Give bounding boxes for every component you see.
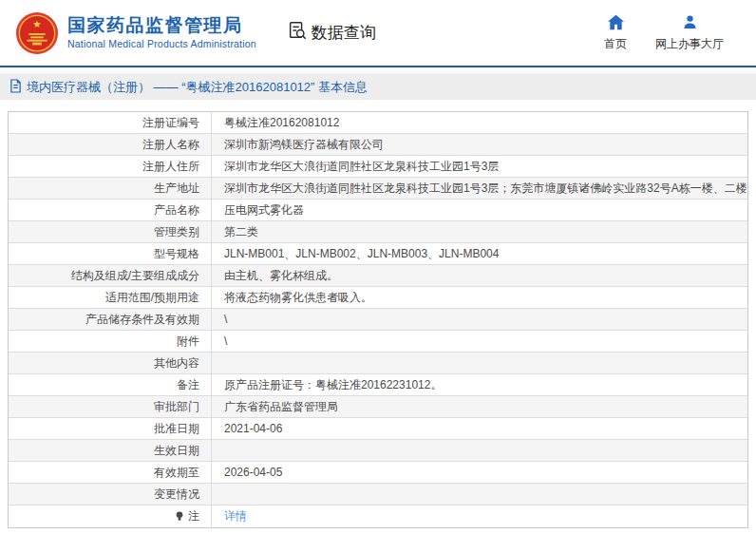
row-label-text: 管理类别	[154, 224, 199, 240]
row-label-text: 结构及组成/主要组成成分	[71, 268, 199, 284]
data-query-label: 数据查询	[312, 22, 376, 44]
row-value: \	[212, 331, 747, 352]
row-value: 将液态药物雾化供患者吸入。	[212, 287, 747, 308]
row-label: 有效期至	[9, 462, 212, 483]
row-label-text: 变更情况	[154, 486, 199, 503]
row-label: 注	[9, 505, 212, 527]
home-icon	[607, 14, 625, 33]
row-label: 生产地址	[9, 178, 212, 199]
row-label: 备注	[9, 374, 212, 395]
breadcrumb-text: 境内医疗器械（注册） —— “粤械注准20162081012” 基本信息	[27, 79, 368, 96]
info-table: 注册证编号粤械注准20162081012注册人名称深圳市新鸿镁医疗器械有限公司注…	[8, 111, 748, 528]
national-emblem-logo: ★	[15, 11, 59, 55]
breadcrumb: 境内医疗器械（注册） —— “粤械注准20162081012” 基本信息	[0, 74, 756, 100]
nav-home[interactable]: 首页	[604, 14, 627, 52]
row-label-text: 产品储存条件及有效期	[85, 312, 199, 328]
row-label: 结构及组成/主要组成成分	[9, 265, 212, 286]
header-nav: 首页 网上办事大厅	[604, 14, 724, 52]
svg-text:★: ★	[32, 18, 41, 29]
table-row: 产品储存条件及有效期\	[9, 309, 747, 331]
row-label: 变更情况	[9, 484, 212, 505]
row-value: 2026-04-05	[212, 462, 747, 483]
row-label-text: 适用范围/预期用途	[105, 290, 199, 306]
row-label-text: 注册人住所	[142, 159, 199, 175]
table-row: 生效日期	[9, 440, 747, 462]
table-row: 生产地址深圳市龙华区大浪街道同胜社区龙泉科技工业园1号3层；东莞市塘厦镇诸佛岭实…	[9, 178, 747, 200]
nav-home-label: 首页	[604, 36, 627, 52]
table-row: 注册人住所深圳市龙华区大浪街道同胜社区龙泉科技工业园1号3层	[9, 156, 747, 178]
row-label: 产品名称	[9, 200, 212, 220]
row-value: 2021-04-06	[212, 418, 747, 439]
data-query-tab[interactable]: 数据查询	[287, 20, 376, 46]
row-value	[212, 484, 747, 505]
row-value	[212, 353, 747, 373]
site-subtitle: National Medical Products Administration	[67, 39, 256, 50]
table-row: 结构及组成/主要组成成分由主机、雾化杯组成。	[9, 265, 747, 287]
row-label-text: 备注	[177, 377, 199, 393]
row-label-text: 有效期至	[154, 465, 199, 481]
row-label: 注册证编号	[9, 112, 212, 133]
row-label-text: 附件	[177, 334, 199, 350]
brand-titles: 国家药品监督管理局 National Medical Products Admi…	[67, 16, 256, 49]
site-header: ★ 国家药品监督管理局 National Medical Products Ad…	[0, 0, 756, 67]
row-label: 注册人名称	[9, 134, 212, 155]
lightbulb-icon	[175, 510, 184, 523]
user-icon	[682, 14, 698, 33]
row-label-text: 批准日期	[154, 421, 199, 437]
row-label-text: 注册证编号	[142, 115, 199, 131]
row-label: 产品储存条件及有效期	[9, 309, 212, 330]
table-row: 产品名称压电网式雾化器	[9, 200, 747, 221]
row-label: 适用范围/预期用途	[9, 287, 212, 308]
row-label: 注册人住所	[9, 156, 212, 177]
row-label-text: 注册人名称	[142, 137, 199, 153]
table-row: 审批部门广东省药品监督管理局	[9, 396, 747, 418]
row-label-text: 生效日期	[154, 443, 199, 459]
header-gap	[0, 67, 756, 74]
row-label: 其他内容	[9, 353, 212, 373]
page-document-icon	[9, 79, 22, 96]
row-label-text: 生产地址	[154, 181, 199, 197]
row-value: JLN-MB001、JLN-MB002、JLN-MB003、JLN-MB004	[212, 243, 747, 264]
table-row: 适用范围/预期用途将液态药物雾化供患者吸入。	[9, 287, 747, 309]
table-row: 变更情况	[9, 484, 747, 505]
row-label: 批准日期	[9, 418, 212, 439]
row-label-text: 产品名称	[154, 202, 199, 219]
nav-online-hall-label: 网上办事大厅	[655, 36, 724, 52]
row-value: 深圳市龙华区大浪街道同胜社区龙泉科技工业园1号3层	[212, 156, 747, 177]
site-title: 国家药品监督管理局	[67, 16, 256, 36]
row-label-text: 审批部门	[154, 399, 199, 415]
row-label: 附件	[9, 331, 212, 352]
row-label: 生效日期	[9, 440, 212, 461]
row-value: 第二类	[212, 221, 747, 242]
row-label-text: 型号规格	[154, 246, 199, 262]
table-row: 型号规格JLN-MB001、JLN-MB002、JLN-MB003、JLN-MB…	[9, 243, 747, 265]
table-row: 附件\	[9, 331, 747, 353]
row-label-text: 注	[188, 508, 199, 524]
row-value: 广东省药品监督管理局	[212, 396, 747, 417]
document-search-icon	[287, 20, 308, 46]
row-label-text: 其他内容	[154, 355, 199, 372]
nav-online-hall[interactable]: 网上办事大厅	[655, 14, 724, 52]
row-value: \	[212, 309, 747, 330]
detail-link[interactable]: 详情	[224, 508, 247, 524]
row-value: 深圳市龙华区大浪街道同胜社区龙泉科技工业园1号3层；东莞市塘厦镇诸佛岭实业路32…	[212, 178, 747, 199]
row-label: 管理类别	[9, 221, 212, 242]
row-value: 由主机、雾化杯组成。	[212, 265, 747, 286]
row-value: 深圳市新鸿镁医疗器械有限公司	[212, 134, 747, 155]
table-row: 有效期至2026-04-05	[9, 462, 747, 484]
row-value: 压电网式雾化器	[212, 200, 747, 220]
table-row: 注册人名称深圳市新鸿镁医疗器械有限公司	[9, 134, 747, 156]
table-row: 其他内容	[9, 353, 747, 374]
table-row: 注详情	[9, 505, 747, 527]
row-label: 型号规格	[9, 243, 212, 264]
row-value: 详情	[212, 505, 747, 527]
row-value: 粤械注准20162081012	[212, 112, 747, 133]
row-value	[212, 440, 747, 461]
row-value: 原产品注册证号：粤械注准20162231012。	[212, 374, 747, 395]
table-row: 备注原产品注册证号：粤械注准20162231012。	[9, 374, 747, 396]
table-row: 注册证编号粤械注准20162081012	[9, 112, 747, 134]
table-row: 管理类别第二类	[9, 221, 747, 243]
table-row: 批准日期2021-04-06	[9, 418, 747, 440]
row-label: 审批部门	[9, 396, 212, 417]
